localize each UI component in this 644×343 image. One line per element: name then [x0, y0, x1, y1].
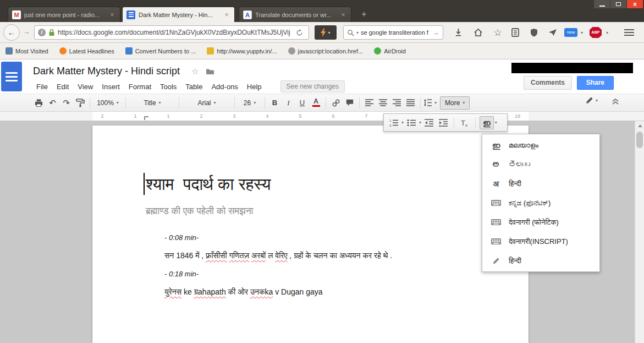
page-info-icon[interactable]: i — [38, 29, 46, 36]
more-button[interactable]: More▾ — [440, 96, 470, 110]
adblock-plus-icon[interactable]: ABP — [590, 27, 602, 38]
star-document-icon[interactable]: ☆ — [191, 67, 199, 77]
search-input[interactable]: se google transliteration f — [361, 29, 431, 36]
insert-link-button[interactable] — [329, 96, 343, 110]
menu-icon[interactable] — [621, 27, 637, 38]
scrollbar[interactable] — [635, 121, 644, 343]
paragraph[interactable]: - 0:18 min- — [164, 269, 472, 279]
font-select[interactable]: Arial▾ — [182, 96, 232, 110]
menu-tools[interactable]: Tools — [156, 81, 181, 92]
paragraph-style-select[interactable]: Title▾ — [129, 96, 176, 110]
video-download-helper-button[interactable]: ▾ — [315, 25, 337, 40]
font-size-select[interactable]: 26▾ — [238, 96, 262, 110]
input-tools-button[interactable]: ഇ — [480, 116, 494, 129]
bookmark-javascript-link[interactable]: javascript:location.href... — [288, 47, 364, 55]
shield-icon[interactable] — [528, 27, 540, 38]
browser-tab-translate[interactable]: A Translate documents or wr... × — [239, 7, 351, 22]
print-button[interactable] — [32, 96, 46, 110]
bookmark-yupptv[interactable]: http://www.yupptv.in/... — [207, 47, 277, 55]
scrollbar-thumb[interactable] — [636, 132, 643, 148]
italic-button[interactable]: I — [282, 96, 295, 110]
home-icon[interactable] — [472, 27, 484, 38]
tab-close-icon[interactable]: × — [339, 10, 347, 19]
bookmark-convert-numbers[interactable]: Convert Numbers to ... — [125, 47, 196, 55]
bookmark-star-icon[interactable]: ☆ — [492, 27, 504, 38]
menu-help[interactable]: Help — [243, 81, 266, 92]
move-to-folder-icon[interactable] — [206, 68, 214, 75]
search-bar[interactable]: ▾ se google transliteration f → — [343, 25, 443, 40]
browser-tab-gmail[interactable]: M just one more point - radio... × — [8, 7, 120, 22]
paint-format-button[interactable] — [73, 96, 87, 110]
collapse-toolbar-button[interactable] — [612, 98, 619, 105]
paragraph[interactable]: सन 1846 में , फ़्राँसीसी गणितज़ अरबों ल … — [164, 251, 472, 261]
menu-insert[interactable]: Insert — [97, 81, 124, 92]
justify-button[interactable] — [404, 96, 417, 110]
minimize-button[interactable] — [594, 0, 610, 8]
chevron-down-icon[interactable]: ▾ — [495, 120, 497, 125]
text-color-button[interactable]: A — [309, 96, 323, 110]
downloads-icon[interactable] — [452, 27, 464, 38]
share-button[interactable]: Share — [577, 76, 614, 90]
url-bar[interactable]: i https://docs.google.com/document/d/1Nn… — [34, 25, 309, 40]
menu-table[interactable]: Table — [181, 81, 207, 92]
align-center-button[interactable] — [376, 96, 390, 110]
menu-edit[interactable]: Edit — [52, 81, 73, 92]
menu-file[interactable]: File — [32, 81, 52, 92]
overflow-chevron-icon[interactable]: ▾ — [579, 27, 585, 38]
zoom-select[interactable]: 100%▾ — [93, 96, 123, 110]
search-go-button[interactable]: → — [433, 29, 439, 36]
document-title[interactable]: Dark Matter Mystery - Hindi script — [33, 66, 180, 77]
bookmark-latest-headlines[interactable]: Latest Headlines — [59, 47, 114, 55]
underline-button[interactable]: U — [295, 96, 309, 110]
left-indent-marker[interactable] — [144, 116, 148, 120]
bookmark-airdroid[interactable]: AirDroid — [374, 47, 406, 55]
menu-format[interactable]: Format — [124, 81, 156, 92]
undo-button[interactable]: ↶ — [46, 96, 59, 110]
back-button[interactable]: ← — [3, 24, 20, 41]
menu-item-telugu[interactable]: అ తెలుగు — [482, 155, 599, 174]
align-right-button[interactable] — [390, 96, 404, 110]
menu-item-devanagari-inscript[interactable]: देवनागरी(INSCRIPT) — [482, 232, 599, 251]
menu-item-malayalam[interactable]: ഇ മലയാളം — [482, 135, 599, 155]
menu-add-ons[interactable]: Add-ons — [207, 81, 242, 92]
abp-chevron-icon[interactable]: ▾ — [604, 27, 610, 38]
bold-button[interactable]: B — [268, 96, 282, 110]
redo-button[interactable]: ↷ — [59, 96, 73, 110]
see-new-changes-button[interactable]: See new changes — [280, 80, 345, 92]
document-page[interactable]: श्याम पदार्थ का रहस्य ब्रह्माण्ड की एक प… — [92, 126, 529, 343]
maximize-button[interactable] — [610, 0, 626, 8]
comments-button[interactable]: Comments — [524, 76, 572, 90]
menu-item-devanagari-phonetic[interactable]: देवनागरी (फोनेटिक) — [482, 213, 599, 232]
close-window-button[interactable]: × — [627, 0, 643, 8]
align-left-button[interactable] — [362, 96, 376, 110]
scroll-up-button[interactable] — [635, 121, 644, 130]
increase-indent-button[interactable] — [437, 116, 450, 129]
paragraph[interactable]: - 0:08 min- — [164, 232, 472, 243]
browser-tab-docs[interactable]: Dark Matter Mystery - Hin... × — [122, 7, 235, 22]
document-subtitle[interactable]: ब्रह्माण्ड की एक पहेली को समझना — [146, 206, 253, 217]
new-badge-icon[interactable]: new — [564, 28, 577, 37]
decrease-indent-button[interactable] — [422, 116, 436, 129]
edit-mode-button[interactable]: ▾ — [585, 96, 598, 105]
bulleted-list-button[interactable] — [405, 116, 418, 129]
numbered-list-button[interactable]: 1.2. — [387, 116, 400, 129]
menu-view[interactable]: View — [73, 81, 97, 92]
telugu-transliteration-icon: అ — [490, 160, 502, 169]
document-heading[interactable]: श्याम पदार्थ का रहस्य — [146, 175, 271, 194]
paragraph[interactable]: युरेनस ke ग्रahapath की ओर उनकka v Dugan… — [164, 287, 472, 297]
paper-plane-icon[interactable] — [547, 27, 559, 38]
tab-close-icon[interactable]: × — [108, 10, 116, 19]
new-tab-button[interactable]: + — [356, 8, 372, 21]
insert-comment-button[interactable] — [343, 96, 356, 110]
bookmarks-panel-icon[interactable] — [509, 27, 521, 38]
tab-close-icon[interactable]: × — [223, 10, 230, 19]
docs-home-icon[interactable] — [1, 62, 22, 91]
reload-button[interactable] — [295, 29, 305, 37]
clear-formatting-button[interactable]: Tx — [458, 116, 471, 129]
bookmark-most-visited[interactable]: Most Visited — [5, 47, 48, 55]
line-spacing-button[interactable]: ▾ — [423, 96, 437, 110]
forward-button[interactable]: → — [21, 28, 32, 37]
menu-item-hindi[interactable]: अ हिन्दी — [482, 174, 599, 193]
menu-item-kannada-phonetic[interactable]: ಕನ್ನಡ (ಫೊನೆಟಿಕ್) — [482, 193, 599, 213]
menu-item-hindi-handwriting[interactable]: हिन्दी — [482, 251, 599, 270]
